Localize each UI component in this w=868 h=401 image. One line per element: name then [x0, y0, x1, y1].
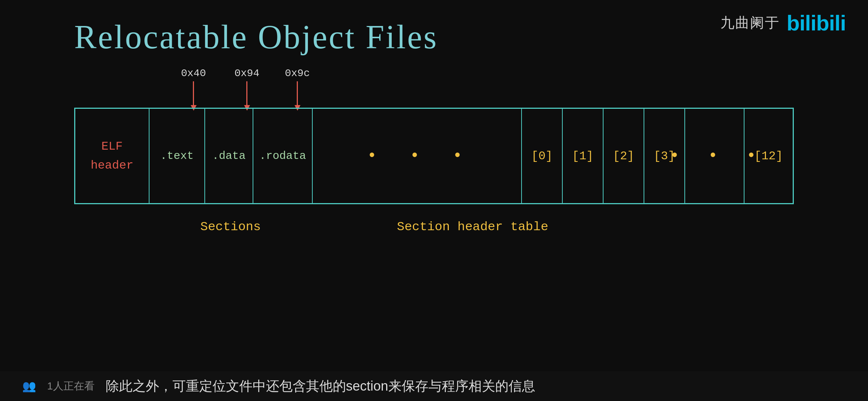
data-section-label: .data: [212, 150, 246, 162]
arrow-0x94: [246, 81, 247, 106]
index-12-label: [12]: [754, 149, 783, 163]
offset-label-0x94: 0x94: [234, 68, 259, 79]
rodata-section-label: .rodata: [259, 150, 306, 162]
index-1-label: [1]: [572, 149, 594, 163]
viewer-icon: 👥: [22, 379, 36, 393]
offset-label-0x9c: 0x9c: [285, 68, 310, 79]
sections-label: Sections: [200, 220, 261, 234]
logo-prefix-text: 九曲阑于: [720, 13, 780, 32]
offset-0x40: 0x40: [181, 68, 206, 106]
logo-area: 九曲阑于 bilibili: [720, 10, 846, 35]
elf-header-text: ELFheader: [91, 137, 133, 175]
offset-label-0x40: 0x40: [181, 68, 206, 79]
offset-0x9c: 0x9c: [285, 68, 310, 106]
arrow-0x40: [193, 81, 194, 106]
text-section-label: .text: [160, 150, 194, 162]
bilibili-logo: bilibili: [786, 10, 846, 35]
cell-index-0: [0]: [522, 109, 563, 203]
cell-text-section: .text: [149, 109, 205, 203]
cell-index-1: [1]: [563, 109, 604, 203]
page-title: Relocatable Object Files: [74, 18, 438, 56]
index-0-label: [0]: [531, 149, 553, 163]
cell-table-dots: • • •: [685, 109, 744, 203]
cell-index-2: [2]: [604, 109, 644, 203]
viewer-count: 1人正在看: [47, 379, 95, 393]
bottom-message: 除此之外，可重定位文件中还包含其他的section来保存与程序相关的信息: [106, 377, 535, 395]
cell-elf-header: ELFheader: [75, 109, 149, 203]
elf-diagram: ELFheader .text .data .rodata • • • [0] …: [74, 108, 794, 204]
index-2-label: [2]: [613, 149, 634, 163]
arrow-0x9c: [297, 81, 298, 106]
cell-rodata-section: .rodata: [253, 109, 313, 203]
bottom-bar: 👥 1人正在看 除此之外，可重定位文件中还包含其他的section来保存与程序相…: [0, 371, 868, 401]
cell-data-section: .data: [205, 109, 253, 203]
sections-dots-text: • • •: [367, 147, 467, 165]
cell-sections-dots: • • •: [313, 109, 522, 203]
offset-0x94: 0x94: [234, 68, 259, 106]
section-header-table-label: Section header table: [397, 220, 548, 234]
cell-index-12: [12]: [744, 109, 793, 203]
